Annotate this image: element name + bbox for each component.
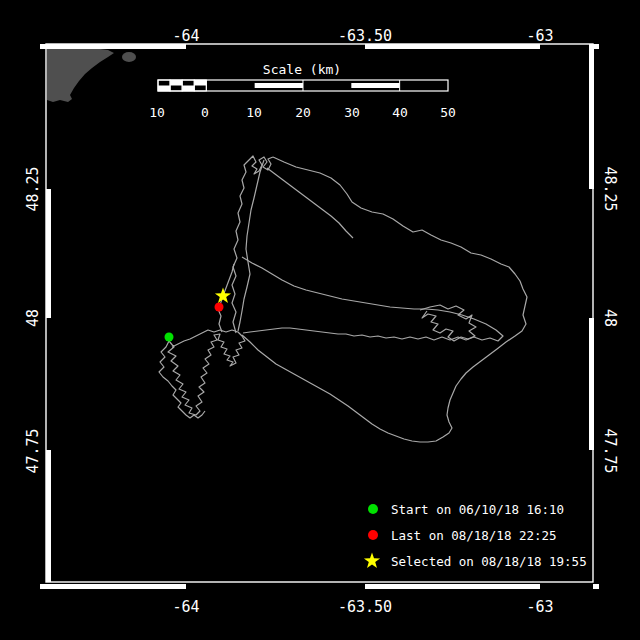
top-axis-tick-label: -64 [172,27,199,45]
frame-zebra-segment [46,584,186,589]
bottom-axis-tick-label: -64 [172,598,199,616]
right-axis-tick-label: 47.75 [601,428,619,473]
tracking-map-window: -64 -63.50 -63 -64 -63.50 -63 48.25 48 4… [0,0,640,640]
scale-bar-number: 10 [149,105,165,120]
map-plot: -64 -63.50 -63 -64 -63.50 -63 48.25 48 4… [0,0,640,640]
left-axis-tick-label: 47.75 [24,428,42,473]
bottom-axis-tick-label: -63 [526,598,553,616]
start-point-marker[interactable] [165,333,174,342]
right-axis-tick-label: 48 [601,309,619,327]
scale-bar-filled-segment [351,83,399,88]
scale-bar-title: Scale (km) [263,62,341,77]
frame-corner-square [40,44,46,49]
top-axis-tick-label: -63 [526,27,553,45]
scale-bar-number: 40 [392,105,408,120]
legend: Start on 06/10/18 16:10 Last on 08/18/18… [364,502,587,569]
scale-bar-number: 50 [440,105,456,120]
scale-bar-number: 0 [201,105,209,120]
legend-marker-circle [368,504,378,514]
scale-bar-checker-cell [194,80,206,86]
top-axis-tick-label: -63.50 [338,27,392,45]
frame-corner-square [40,584,46,589]
bottom-axis-tick-label: -63.50 [338,598,392,616]
scale-bar-number: 20 [295,105,311,120]
legend-start-marker-icon [368,504,378,514]
scale-bar-number: 10 [246,105,262,120]
last-point-marker[interactable] [215,303,224,312]
scale-bar-checker-cell [158,86,170,92]
frame-corner-square [593,584,599,589]
frame-corner-square [593,44,599,49]
legend-selected-label: Selected on 08/18/18 19:55 [391,554,587,569]
legend-marker-circle [368,530,378,540]
scale-bar-number: 30 [344,105,360,120]
frame-zebra-segment [365,584,540,589]
scale-bar-filled-segment [255,83,303,88]
left-axis-tick-label: 48.25 [24,166,42,211]
scale-bar-checker-cell [170,80,182,86]
left-axis-tick-label: 48 [24,309,42,327]
right-axis-tick-label: 48.25 [601,166,619,211]
legend-start-label: Start on 06/10/18 16:10 [391,502,564,517]
legend-last-marker-icon [368,530,378,540]
scale-bar-checker-cell [182,86,194,92]
legend-last-label: Last on 08/18/18 22:25 [391,528,557,543]
